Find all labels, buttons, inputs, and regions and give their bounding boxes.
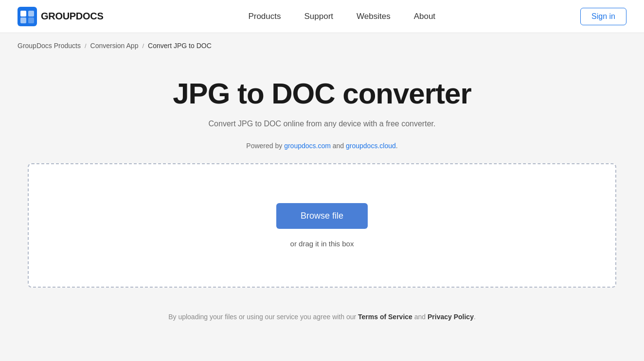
breadcrumb-groupdocs-products[interactable]: GroupDocs Products — [18, 42, 81, 50]
privacy-link[interactable]: Privacy Policy — [428, 313, 474, 321]
powered-by-suffix: . — [396, 142, 398, 150]
main-nav: Products Support Websites About — [248, 12, 435, 21]
footer-note-suffix: . — [474, 313, 476, 321]
browse-file-button[interactable]: Browse file — [276, 203, 368, 229]
footer-note-and: and — [412, 313, 428, 321]
logo-text: GROUPDOCS — [41, 11, 103, 22]
breadcrumb-conversion-app[interactable]: Conversion App — [90, 42, 139, 50]
svg-rect-1 — [20, 11, 26, 17]
svg-rect-4 — [28, 17, 34, 23]
page-subtitle: Convert JPG to DOC online from any devic… — [209, 120, 436, 128]
groupdocs-cloud-link[interactable]: groupdocs.cloud — [346, 142, 396, 150]
sign-in-button[interactable]: Sign in — [580, 8, 626, 25]
groupdocs-logo-icon — [18, 7, 37, 26]
powered-by-and: and — [331, 142, 346, 150]
svg-rect-0 — [18, 7, 37, 26]
nav-products[interactable]: Products — [248, 12, 281, 21]
breadcrumb-separator-2: / — [142, 42, 144, 50]
footer-note-prefix: By uploading your files or using our ser… — [168, 313, 358, 321]
drag-text: or drag it in this box — [290, 240, 354, 248]
logo[interactable]: GROUPDOCS — [18, 7, 103, 26]
groupdocs-com-link[interactable]: groupdocs.com — [284, 142, 331, 150]
nav-about[interactable]: About — [414, 12, 435, 21]
page-title: JPG to DOC converter — [173, 78, 471, 110]
svg-rect-3 — [20, 17, 26, 23]
main-content: JPG to DOC converter Convert JPG to DOC … — [0, 58, 644, 303]
nav-support[interactable]: Support — [304, 12, 334, 21]
powered-by-prefix: Powered by — [246, 142, 284, 150]
breadcrumb: GroupDocs Products / Conversion App / Co… — [0, 33, 644, 58]
breadcrumb-separator-1: / — [85, 42, 87, 50]
drop-zone[interactable]: Browse file or drag it in this box — [28, 163, 616, 288]
footer-note: By uploading your files or using our ser… — [0, 303, 644, 335]
header-right: Sign in — [580, 8, 626, 25]
nav-websites[interactable]: Websites — [357, 12, 391, 21]
svg-rect-2 — [28, 11, 34, 17]
tos-link[interactable]: Terms of Service — [358, 313, 412, 321]
powered-by: Powered by groupdocs.com and groupdocs.c… — [246, 142, 397, 150]
breadcrumb-current: Convert JPG to DOC — [148, 42, 212, 50]
